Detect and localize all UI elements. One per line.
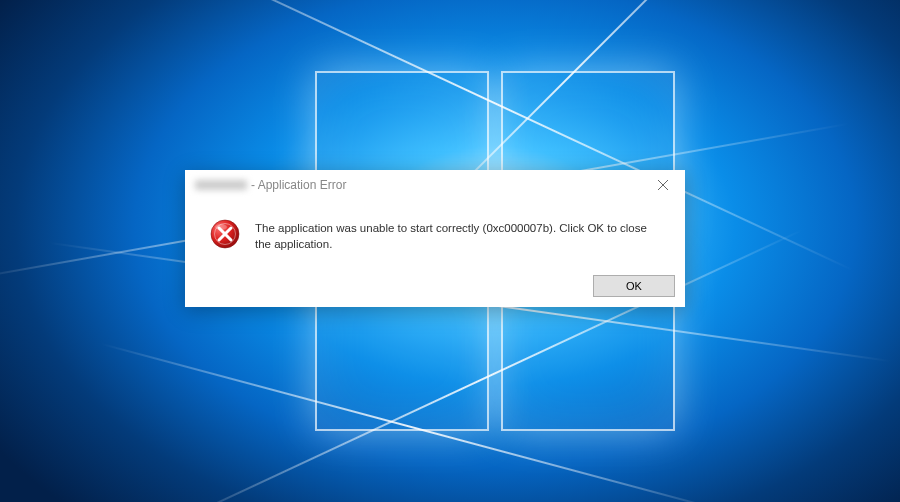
close-button[interactable] xyxy=(640,170,685,200)
error-dialog: - Application Error xyxy=(185,170,685,307)
error-message: The application was unable to start corr… xyxy=(255,218,661,252)
app-name-redacted xyxy=(195,180,247,190)
dialog-footer: OK xyxy=(185,275,685,307)
ok-button[interactable]: OK xyxy=(593,275,675,297)
svg-point-6 xyxy=(215,224,227,230)
close-icon xyxy=(658,180,668,190)
dialog-body: The application was unable to start corr… xyxy=(185,200,685,275)
dialog-title-suffix: - Application Error xyxy=(251,178,346,192)
dialog-title: - Application Error xyxy=(195,178,346,192)
dialog-titlebar[interactable]: - Application Error xyxy=(185,170,685,200)
error-icon xyxy=(209,218,241,253)
desktop-wallpaper: - Application Error xyxy=(0,0,900,502)
